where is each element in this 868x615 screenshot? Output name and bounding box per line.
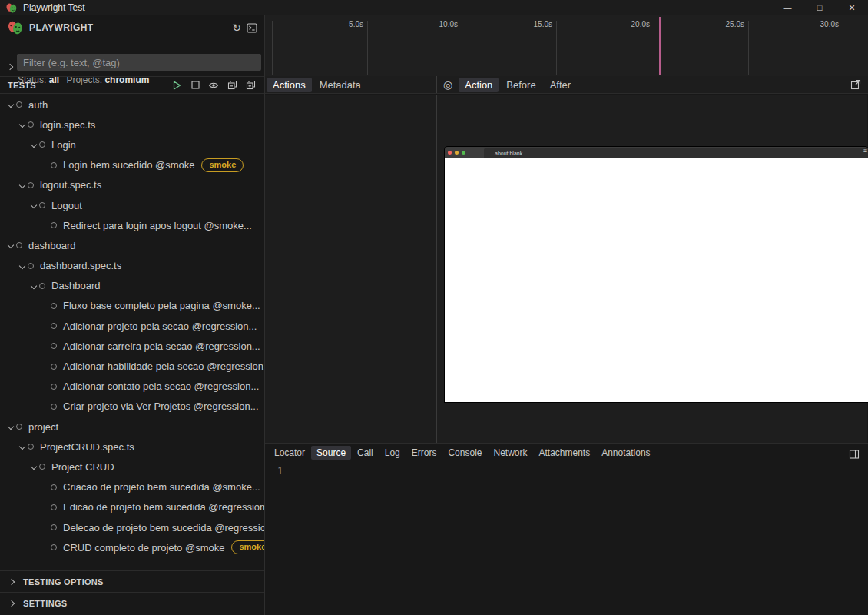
window-controls: —□×	[771, 0, 868, 15]
close-button[interactable]: ×	[836, 0, 868, 15]
collapse-all-icon[interactable]	[224, 78, 240, 93]
tree-row[interactable]: Adicionar projeto pela secao @regression…	[0, 316, 264, 336]
chevron-down-icon[interactable]	[28, 284, 39, 288]
tree-row[interactable]: Dashboard	[0, 276, 264, 296]
tree-row[interactable]: Adicionar carreira pela secao @regressio…	[0, 336, 264, 356]
maximize-button[interactable]: □	[803, 0, 836, 15]
minimize-button[interactable]: —	[771, 0, 803, 15]
tree-row[interactable]: dashboard.spec.ts	[0, 256, 264, 276]
tab-actions[interactable]: Actions	[267, 78, 312, 92]
tree-row[interactable]: Project CRUD	[0, 457, 264, 477]
tab-annotations[interactable]: Annotations	[596, 446, 655, 460]
tab-console[interactable]: Console	[442, 446, 487, 460]
tab-locator[interactable]: Locator	[269, 446, 310, 460]
snapshot-panel: about:blank ≡	[436, 95, 867, 443]
test-label: Login	[51, 139, 76, 151]
browser-tab-title: about:blank	[495, 151, 522, 156]
traffic-light-yellow-icon	[455, 151, 459, 155]
timeline-gridline	[748, 21, 749, 75]
tree-row[interactable]: Login bem sucedido @smokesmoke	[0, 155, 264, 175]
tab-source[interactable]: Source	[311, 446, 351, 460]
tree-row[interactable]: Logout	[0, 195, 264, 215]
timeline-gridline	[843, 21, 843, 75]
tree-row[interactable]: CRUD completo de projeto @smokesmoke	[0, 537, 264, 557]
tab-network[interactable]: Network	[488, 446, 532, 460]
watch-all-icon[interactable]	[206, 78, 221, 93]
test-label: dashboard	[28, 240, 75, 251]
tree-row[interactable]: Criar projeto via Ver Projetos @regressi…	[0, 397, 264, 417]
chevron-down-icon[interactable]	[5, 102, 16, 107]
panel-tabbar: ActionsMetadata ◎ ActionBeforeAfter	[265, 76, 868, 94]
stop-icon[interactable]	[187, 78, 203, 93]
test-status-icon	[51, 544, 57, 550]
tree-row[interactable]: ProjectCRUD.spec.ts	[0, 437, 264, 457]
test-status-icon	[16, 242, 22, 248]
chevron-down-icon[interactable]	[5, 243, 16, 248]
filter-input[interactable]	[17, 54, 261, 71]
browser-page-content	[445, 158, 868, 402]
timeline-tick-label: 5.0s	[323, 20, 363, 28]
test-label: CRUD completo de projeto @smoke	[63, 542, 224, 554]
chevron-down-icon[interactable]	[5, 424, 16, 429]
expand-all-icon[interactable]	[243, 78, 258, 93]
timeline-tick-label: 30.0s	[799, 20, 839, 28]
tree-row[interactable]: Adicionar contato pela secao @regression…	[0, 377, 264, 397]
tab-after[interactable]: After	[544, 78, 577, 92]
chevron-right-icon	[8, 600, 15, 606]
test-label: Edicao de projeto bem sucedida @regressi…	[63, 501, 264, 513]
actions-panel-tabs: ActionsMetadata	[265, 76, 436, 93]
tree-row[interactable]: auth	[0, 95, 264, 115]
timeline[interactable]: 5.0s10.0s15.0s20.0s25.0s30.0s	[265, 15, 868, 76]
test-label: ProjectCRUD.spec.ts	[40, 441, 134, 453]
tab-action[interactable]: Action	[459, 78, 499, 92]
test-status-icon	[51, 222, 57, 228]
tab-log[interactable]: Log	[379, 446, 406, 460]
tree-row[interactable]: Adicionar habilidade pela secao @regress…	[0, 356, 264, 376]
tree-row[interactable]: dashboard	[0, 235, 264, 255]
test-label: Adicionar carreira pela secao @regressio…	[63, 341, 260, 352]
run-all-icon[interactable]	[169, 78, 184, 93]
test-label: logout.spec.ts	[40, 179, 101, 191]
line-number: 1	[277, 466, 283, 477]
chevron-down-icon[interactable]	[28, 142, 39, 147]
section-label: SETTINGS	[23, 599, 67, 608]
terminal-icon[interactable]	[244, 20, 260, 35]
open-external-icon[interactable]	[848, 77, 863, 92]
chevron-down-icon[interactable]	[16, 264, 28, 268]
tab-before[interactable]: Before	[500, 78, 542, 92]
actions-list-panel	[265, 95, 436, 443]
tree-row[interactable]: Login	[0, 135, 264, 155]
tab-attachments[interactable]: Attachments	[533, 446, 595, 460]
brand-label: PLAYWRIGHT	[29, 22, 94, 33]
tab-errors[interactable]: Errors	[406, 446, 442, 460]
chevron-down-icon[interactable]	[28, 203, 39, 208]
tree-row[interactable]: login.spec.ts	[0, 115, 264, 135]
timeline-gridline	[272, 21, 273, 75]
sidebar-section-testing-options[interactable]: TESTING OPTIONS	[0, 570, 264, 592]
test-label: Login bem sucedido @smoke	[63, 159, 194, 171]
sidebar-section-settings[interactable]: SETTINGS	[0, 592, 264, 613]
playwright-ui-window: Playwright Test —□× PLAYWRIGHT ↻	[0, 0, 868, 615]
test-status-icon	[51, 343, 57, 349]
tree-row[interactable]: Redirect para login apos logout @smoke..…	[0, 215, 264, 235]
split-view-icon[interactable]	[846, 447, 862, 462]
reload-icon[interactable]: ↻	[229, 20, 244, 35]
pick-locator-icon[interactable]: ◎	[443, 78, 452, 91]
chevron-down-icon[interactable]	[28, 464, 39, 469]
tab-call[interactable]: Call	[352, 446, 379, 460]
chevron-down-icon[interactable]	[16, 444, 28, 449]
tree-row[interactable]: Criacao de projeto bem sucedida @smoke..…	[0, 477, 264, 497]
test-status-icon	[39, 283, 45, 289]
tree-row[interactable]: Edicao de projeto bem sucedida @regressi…	[0, 497, 264, 517]
tree-row[interactable]: project	[0, 417, 264, 437]
test-tree: authlogin.spec.tsLoginLogin bem sucedido…	[0, 95, 264, 570]
test-status-icon	[28, 182, 34, 188]
tab-metadata[interactable]: Metadata	[313, 78, 367, 92]
tree-row[interactable]: logout.spec.ts	[0, 175, 264, 195]
filter-expand-chevron-icon[interactable]	[8, 58, 12, 72]
chevron-down-icon[interactable]	[16, 122, 28, 127]
chevron-down-icon[interactable]	[16, 183, 28, 188]
tree-row[interactable]: Fluxo base completo pela pagina @smoke..…	[0, 296, 264, 316]
tree-row[interactable]: Delecao de projeto bem sucedida @regress…	[0, 517, 264, 537]
sidebar-brand-row: PLAYWRIGHT ↻	[0, 18, 264, 37]
